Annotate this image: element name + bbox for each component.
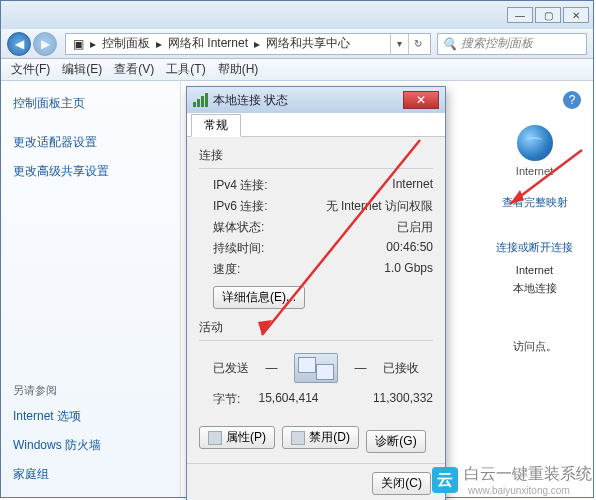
disable-button[interactable]: 禁用(D)	[282, 426, 359, 449]
breadcrumb-seg-2[interactable]: 网络和 Internet	[165, 35, 251, 52]
breadcrumb-seg-3[interactable]: 网络和共享中心	[263, 35, 353, 52]
search-input[interactable]: 🔍 搜索控制面板	[437, 33, 587, 55]
activity-section-label: 活动	[199, 319, 433, 336]
bytes-sent-value: 15,604,414	[240, 391, 336, 408]
sidebar-sharing[interactable]: 更改高级共享设置	[13, 157, 168, 186]
chevron-right-icon: ▸	[87, 37, 99, 51]
sent-label: 已发送	[213, 360, 249, 377]
bytes-label: 字节:	[213, 391, 240, 408]
minimize-button[interactable]: —	[507, 7, 533, 23]
breadcrumb[interactable]: ▣ ▸ 控制面板 ▸ 网络和 Internet ▸ 网络和共享中心 ▾ ↻	[65, 33, 431, 55]
menu-view[interactable]: 查看(V)	[108, 61, 160, 78]
chevron-down-icon[interactable]: ▾	[390, 34, 408, 54]
dialog-close-button[interactable]: ✕	[403, 91, 439, 109]
breadcrumb-seg-1[interactable]: 控制面板	[99, 35, 153, 52]
close-window-button[interactable]: ✕	[563, 7, 589, 23]
media-value: 已启用	[397, 219, 433, 236]
watermark-text: 白云一键重装系统	[464, 465, 592, 482]
maximize-button[interactable]: ▢	[535, 7, 561, 23]
address-bar: ◀ ▶ ▣ ▸ 控制面板 ▸ 网络和 Internet ▸ 网络和共享中心 ▾ …	[1, 29, 593, 59]
shield-icon	[208, 431, 222, 445]
ipv6-label: IPv6 连接:	[213, 198, 268, 215]
root-icon: ▣	[70, 37, 87, 51]
connect-disconnect-link[interactable]: 连接或断开连接	[496, 240, 573, 255]
internet-globe-icon	[517, 125, 553, 161]
connection-section-label: 连接	[199, 147, 433, 164]
dash-icon: —	[355, 361, 367, 375]
menu-tools[interactable]: 工具(T)	[160, 61, 211, 78]
access-type-label: Internet	[496, 261, 573, 279]
chevron-right-icon: ▸	[251, 37, 263, 51]
window-titlebar: — ▢ ✕	[1, 1, 593, 29]
duration-value: 00:46:50	[386, 240, 433, 257]
duration-label: 持续时间:	[213, 240, 264, 257]
sidebar: 控制面板主页 更改适配器设置 更改高级共享设置 另请参阅 Internet 选项…	[1, 81, 181, 497]
sidebar-home[interactable]: 控制面板主页	[13, 89, 168, 118]
chevron-right-icon: ▸	[153, 37, 165, 51]
details-button[interactable]: 详细信息(E)...	[213, 286, 305, 309]
sidebar-adapters[interactable]: 更改适配器设置	[13, 128, 168, 157]
menu-file[interactable]: 文件(F)	[5, 61, 56, 78]
ipv4-value: Internet	[392, 177, 433, 194]
local-connection-link[interactable]: 本地连接	[496, 279, 573, 297]
properties-button[interactable]: 属性(P)	[199, 426, 275, 449]
network-map: Internet 查看完整映射 连接或断开连接 Internet 本地连接 访问…	[496, 125, 573, 355]
sidebar-internet-options[interactable]: Internet 选项	[13, 402, 168, 431]
ipv4-label: IPv4 连接:	[213, 177, 268, 194]
ipv6-value: 无 Internet 访问权限	[326, 198, 433, 215]
menu-help[interactable]: 帮助(H)	[212, 61, 265, 78]
dialog-body: 连接 IPv4 连接:Internet IPv6 连接:无 Internet 访…	[187, 137, 445, 463]
menu-bar: 文件(F) 编辑(E) 查看(V) 工具(T) 帮助(H)	[1, 59, 593, 81]
diagnose-button[interactable]: 诊断(G)	[366, 430, 425, 453]
media-label: 媒体状态:	[213, 219, 264, 236]
watermark-logo-icon: 云	[432, 467, 458, 493]
tab-general[interactable]: 常规	[191, 114, 241, 137]
view-full-map-link[interactable]: 查看完整映射	[496, 195, 573, 210]
sidebar-seealso-label: 另请参阅	[13, 383, 168, 402]
visit-hint: 访问点。	[496, 337, 573, 355]
recv-label: 已接收	[383, 360, 419, 377]
refresh-button[interactable]: ↻	[408, 34, 426, 54]
search-placeholder: 搜索控制面板	[461, 35, 533, 52]
signal-icon	[193, 93, 209, 107]
sidebar-homegroup[interactable]: 家庭组	[13, 460, 168, 489]
tab-row: 常规	[187, 113, 445, 137]
sidebar-firewall[interactable]: Windows 防火墙	[13, 431, 168, 460]
menu-edit[interactable]: 编辑(E)	[56, 61, 108, 78]
dialog-titlebar[interactable]: 本地连接 状态 ✕	[187, 87, 445, 113]
search-icon: 🔍	[442, 37, 457, 51]
watermark: 云 白云一键重装系统 www.baiyunxitong.com	[432, 464, 592, 496]
dash-icon: —	[266, 361, 278, 375]
speed-label: 速度:	[213, 261, 240, 278]
bytes-recv-value: 11,300,332	[337, 391, 433, 408]
shield-icon	[291, 431, 305, 445]
close-button[interactable]: 关闭(C)	[372, 472, 431, 495]
forward-button[interactable]: ▶	[33, 32, 57, 56]
dialog-title: 本地连接 状态	[213, 92, 288, 109]
help-icon[interactable]: ?	[563, 91, 581, 109]
local-connection-status-dialog: 本地连接 状态 ✕ 常规 连接 IPv4 连接:Internet IPv6 连接…	[186, 86, 446, 500]
speed-value: 1.0 Gbps	[384, 261, 433, 278]
dialog-footer: 关闭(C)	[187, 463, 445, 501]
back-button[interactable]: ◀	[7, 32, 31, 56]
internet-label: Internet	[496, 165, 573, 177]
computers-icon	[294, 353, 338, 383]
watermark-url: www.baiyunxitong.com	[468, 485, 592, 496]
